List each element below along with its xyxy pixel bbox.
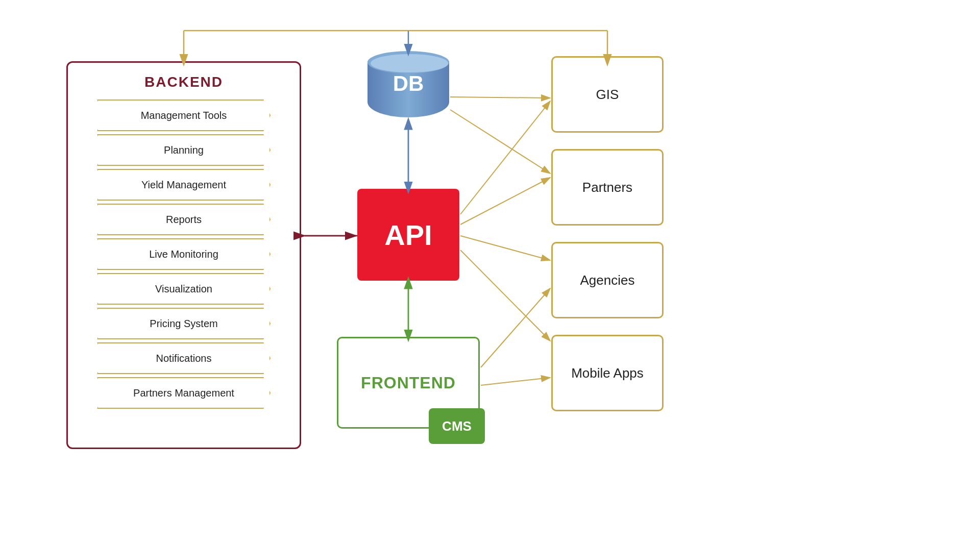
backend-box: BACKEND Management ToolsPlanningYield Ma… [66,61,301,449]
api-label: API [384,218,432,252]
api-box: API [357,189,459,281]
db-top-ellipse [368,51,449,73]
backend-item-3: Reports [97,204,271,235]
db-label: DB [368,71,449,96]
db-cylinder: DB [368,51,449,122]
right-box-3: Mobile Apps [551,335,664,411]
backend-item-8: Partners Management [97,377,271,409]
db-top-ellipse-inner [371,54,448,72]
diagram-container: BACKEND Management ToolsPlanningYield Ma… [0,0,980,545]
frontend-label: FRONTEND [361,374,456,392]
cms-label: CMS [442,418,472,434]
svg-line-23 [460,250,550,341]
backend-item-1: Planning [97,134,271,166]
svg-line-26 [481,378,550,385]
right-box-0: GIS [551,56,664,133]
backend-item-2: Yield Management [97,169,271,201]
backend-title: BACKEND [68,74,300,90]
right-box-1: Partners [551,149,664,226]
svg-line-20 [460,101,550,214]
backend-item-6: Pricing System [97,308,271,339]
svg-line-27 [481,288,550,367]
right-boxes: GISPartnersAgenciesMobile Apps [551,56,664,411]
svg-line-22 [460,236,550,260]
db-container: DB [368,51,449,122]
backend-item-4: Live Monitoring [97,238,271,270]
backend-items: Management ToolsPlanningYield Management… [68,100,300,412]
cms-box: CMS [429,408,485,444]
backend-item-5: Visualization [97,273,271,305]
backend-item-0: Management Tools [97,100,271,131]
svg-line-24 [450,97,550,98]
svg-line-21 [460,178,550,225]
backend-item-7: Notifications [97,342,271,374]
right-box-2: Agencies [551,242,664,318]
svg-line-25 [450,110,550,174]
